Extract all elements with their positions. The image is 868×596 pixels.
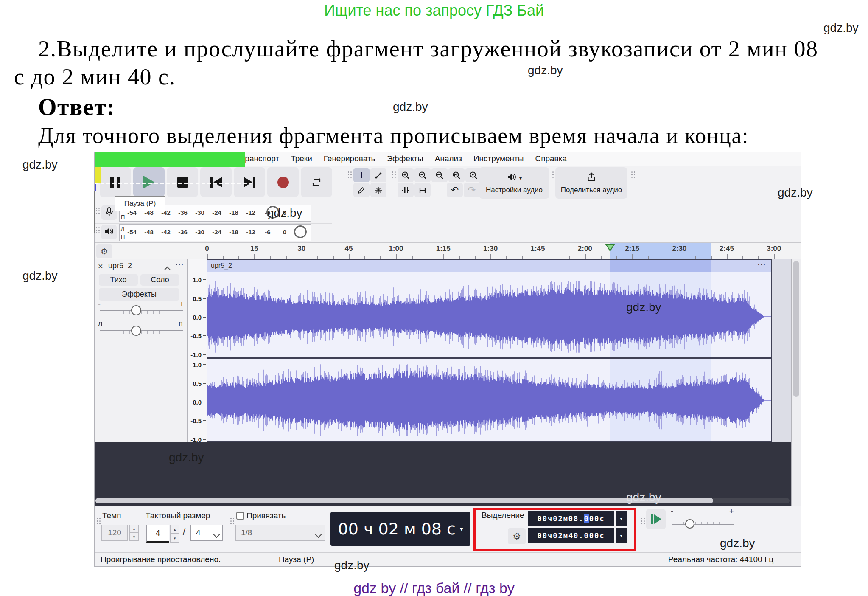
gear-icon: ⚙ bbox=[101, 246, 108, 256]
ruler-label: 15 bbox=[250, 245, 258, 253]
menu-item[interactable]: Справка bbox=[535, 154, 567, 163]
footer-text: gdz by // гдз бай // гдз by bbox=[0, 580, 868, 596]
zoom-out-button[interactable] bbox=[414, 168, 431, 182]
ruler-tick bbox=[302, 254, 302, 259]
grip-handle[interactable] bbox=[641, 518, 645, 524]
gain-slider-track[interactable] bbox=[100, 310, 183, 311]
play-at-speed-button[interactable] bbox=[646, 509, 666, 529]
vertical-scrollbar[interactable] bbox=[791, 259, 801, 506]
meter-channel-right-label: П bbox=[121, 234, 125, 239]
draw-tool[interactable] bbox=[353, 183, 370, 197]
ruler-tick bbox=[554, 256, 554, 259]
snap-checkbox[interactable] bbox=[236, 512, 244, 520]
mute-button[interactable]: Тихо bbox=[99, 274, 138, 286]
grip-handle[interactable] bbox=[348, 171, 352, 178]
track-close-icon[interactable]: × bbox=[98, 261, 103, 271]
speed-slider-track[interactable] bbox=[672, 524, 734, 525]
scale-label: 0.5 bbox=[187, 295, 202, 302]
selection-tool[interactable]: I bbox=[353, 168, 370, 182]
grip-handle[interactable] bbox=[631, 171, 635, 178]
playback-meter-bar bbox=[95, 152, 245, 167]
redo-button[interactable]: ↷ bbox=[464, 183, 480, 197]
zoom-selection-button[interactable] bbox=[431, 168, 448, 182]
timeline-options-button[interactable]: ⚙ bbox=[96, 244, 112, 258]
effects-button[interactable]: Эффекты bbox=[99, 288, 179, 301]
clip-header-selection bbox=[610, 260, 711, 272]
grip-handle[interactable] bbox=[230, 518, 234, 524]
grip-handle[interactable] bbox=[392, 171, 396, 178]
answer-intro: Для точного выделения фрагмента прописыв… bbox=[38, 123, 749, 148]
track-title[interactable]: upr5_2 bbox=[108, 261, 132, 270]
scale-tick bbox=[203, 420, 206, 421]
audio-position-value: 00 ч 02 м 08 с bbox=[338, 520, 456, 538]
vertical-scrollbar-thumb[interactable] bbox=[793, 261, 799, 397]
audio-setup-label: Настройки аудио bbox=[486, 186, 543, 194]
time-signature-separator: / bbox=[183, 526, 185, 537]
trim-audio-button[interactable] bbox=[398, 183, 414, 197]
ruler-tick bbox=[475, 256, 476, 259]
watermark: gdz.by bbox=[334, 559, 370, 572]
snap-select[interactable]: 1/8 bbox=[235, 525, 325, 541]
watermark: gdz.by bbox=[393, 100, 428, 114]
audio-position-display[interactable]: 00 ч 02 м 08 с ▾ bbox=[330, 512, 470, 546]
zoom-project-button[interactable] bbox=[448, 168, 465, 182]
gain-slider-knob[interactable] bbox=[131, 305, 141, 315]
track-collapse-icon[interactable] bbox=[165, 265, 170, 274]
ruler-tick bbox=[286, 256, 287, 259]
audio-setup-button[interactable]: ▾ Настройки аудио bbox=[479, 167, 549, 199]
ruler-tick bbox=[569, 256, 570, 259]
meter-scale-recording: -30 bbox=[195, 209, 204, 216]
tools-toolbar-row1: I bbox=[353, 168, 386, 182]
gain-slider-ticks bbox=[100, 311, 183, 314]
scale-label: -0.5 bbox=[187, 332, 202, 340]
ruler-tick bbox=[758, 256, 759, 259]
solo-button[interactable]: Соло bbox=[140, 274, 179, 286]
record-button[interactable] bbox=[267, 167, 299, 197]
ruler-label: 3:00 bbox=[767, 245, 781, 253]
tempo-spinner[interactable]: ▴▾ bbox=[129, 525, 139, 541]
status-playback-text: Проигрывание приостановлено. bbox=[101, 555, 221, 564]
ruler-tick bbox=[538, 254, 538, 259]
speed-slider-knob[interactable] bbox=[685, 519, 694, 529]
ruler-tick bbox=[349, 254, 350, 259]
time-signature-spinner[interactable]: ▴▾ bbox=[170, 525, 179, 543]
track-menu-icon[interactable]: ⋯ bbox=[175, 259, 184, 269]
menu-item[interactable]: Генерировать bbox=[324, 154, 375, 163]
undo-button[interactable]: ↶ bbox=[447, 183, 463, 197]
waveform-canvas[interactable] bbox=[207, 272, 772, 442]
playhead-marker-icon[interactable] bbox=[605, 243, 615, 254]
zoom-in-button[interactable] bbox=[398, 168, 414, 182]
scale-label: -0.5 bbox=[187, 417, 202, 425]
ruler-tick bbox=[412, 256, 413, 259]
loop-button[interactable] bbox=[301, 167, 332, 197]
clip-menu-icon[interactable]: ⋯ bbox=[757, 259, 766, 269]
scale-label: 0.0 bbox=[187, 314, 202, 321]
share-audio-button[interactable]: Поделиться аудио bbox=[555, 167, 627, 199]
silence-audio-button[interactable] bbox=[414, 183, 431, 197]
divider bbox=[268, 554, 268, 565]
watermark: gdz.by bbox=[22, 158, 58, 171]
ruler-tick bbox=[428, 256, 428, 259]
menu-item[interactable]: Инструменты bbox=[473, 154, 524, 163]
pan-slider-track[interactable] bbox=[100, 330, 183, 331]
ruler-tick bbox=[490, 254, 491, 259]
meter-scale-playback: -42 bbox=[161, 228, 171, 236]
horizontal-scrollbar[interactable] bbox=[95, 498, 790, 503]
scale-tick bbox=[203, 383, 206, 384]
pan-slider-knob[interactable] bbox=[131, 326, 141, 336]
share-icon bbox=[586, 172, 596, 184]
menu-item[interactable]: Треки bbox=[291, 154, 312, 163]
tempo-input[interactable]: 120 bbox=[101, 525, 128, 541]
ruler-tick bbox=[774, 254, 775, 259]
snap-label: Привязать bbox=[246, 511, 286, 520]
horizontal-scrollbar-thumb[interactable] bbox=[95, 498, 713, 503]
time-signature-numerator-input[interactable]: 4 bbox=[146, 525, 169, 543]
page: Ищите нас по запросу ГДЗ Бай 2.Выделите … bbox=[0, 0, 868, 596]
meter-channel-left-label: Л bbox=[121, 226, 125, 231]
grip-handle[interactable] bbox=[97, 518, 101, 524]
menu-item[interactable]: Анализ bbox=[435, 154, 462, 163]
menu-item[interactable]: Эффекты bbox=[386, 154, 423, 163]
multi-tool[interactable] bbox=[370, 183, 386, 197]
envelope-tool[interactable] bbox=[370, 168, 386, 182]
ruler-tick bbox=[364, 256, 365, 259]
